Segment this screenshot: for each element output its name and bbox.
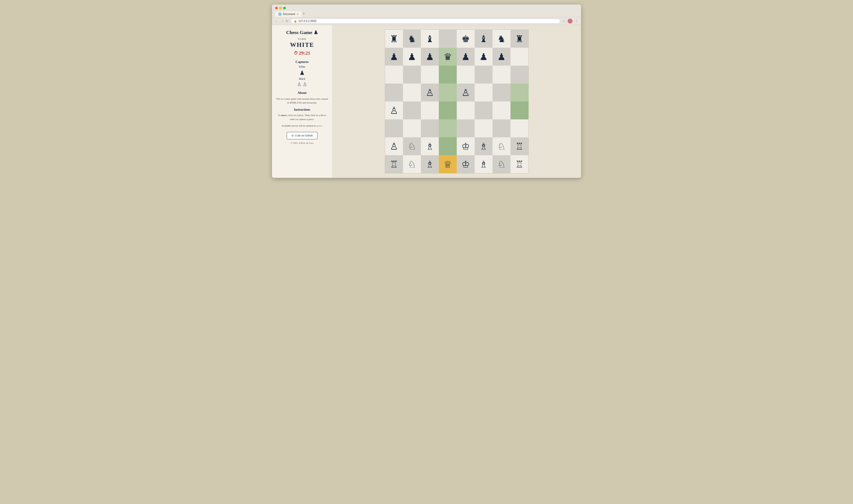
board-cell[interactable]: ♜ <box>510 30 528 48</box>
forward-button[interactable]: → <box>280 19 284 23</box>
profile-icon[interactable] <box>568 19 573 23</box>
chess-piece: ♛ <box>443 51 452 62</box>
board-cell[interactable]: ♘ <box>403 137 421 155</box>
dot-green[interactable] <box>283 7 286 10</box>
chess-piece: ♔ <box>461 159 470 170</box>
chess-piece: ♟ <box>425 51 434 62</box>
board-cell[interactable] <box>493 102 510 120</box>
board-cell[interactable]: ♟ <box>421 48 439 66</box>
board-cell[interactable]: ♞ <box>403 30 421 48</box>
refresh-button[interactable]: ↻ <box>286 19 289 23</box>
board-cell[interactable] <box>457 120 475 137</box>
captures-title: Captures <box>295 60 309 64</box>
board-cell[interactable] <box>510 48 528 66</box>
board-cell[interactable] <box>475 102 493 120</box>
board-cell[interactable] <box>439 102 457 120</box>
board-cell[interactable] <box>385 84 403 102</box>
chess-piece: ♖ <box>515 159 524 170</box>
board-cell[interactable] <box>421 66 439 84</box>
board-cell[interactable] <box>403 66 421 84</box>
black-captured-piece-1: ♙ <box>297 82 302 87</box>
chess-board[interactable]: ♜♞♝♚♝♞♜♟♟♟♛♟♟♟♙♙♙♙♘♗♔♗♘♖♖♘♗♕♔♗♘♖ <box>385 30 529 173</box>
tab-close-button[interactable]: ✕ <box>296 13 298 16</box>
board-cell[interactable]: ♛ <box>439 48 457 66</box>
back-button[interactable]: ← <box>275 19 278 23</box>
board-cell[interactable]: ♗ <box>421 155 439 173</box>
bookmark-icon[interactable]: ☆ <box>562 19 565 23</box>
board-cell[interactable] <box>475 120 493 137</box>
dot-red[interactable] <box>275 7 278 10</box>
board-cell[interactable] <box>493 66 510 84</box>
board-cell[interactable]: ♟ <box>385 48 403 66</box>
board-cell[interactable]: ♖ <box>385 155 403 173</box>
chess-piece: ♘ <box>408 159 416 170</box>
board-cell[interactable] <box>439 120 457 137</box>
new-tab-button[interactable]: + <box>303 12 305 17</box>
board-cell[interactable] <box>439 66 457 84</box>
board-cell[interactable]: ♜ <box>385 30 403 48</box>
address-bar[interactable]: 🔒 127.0.0.1:5500 <box>291 19 560 23</box>
browser-nav: ← → ↻ 🔒 127.0.0.1:5500 ☆ ⋮ <box>272 17 581 25</box>
board-cell[interactable] <box>439 137 457 155</box>
board-cell[interactable]: ♘ <box>493 155 510 173</box>
board-cell[interactable] <box>457 66 475 84</box>
board-cell[interactable] <box>403 84 421 102</box>
board-cell[interactable] <box>439 30 457 48</box>
board-cell[interactable] <box>457 102 475 120</box>
dot-yellow[interactable] <box>279 7 282 10</box>
board-cell[interactable] <box>475 66 493 84</box>
captures-black-pieces: ♙ ♙ <box>297 82 307 88</box>
board-cell[interactable] <box>421 102 439 120</box>
board-cell[interactable]: ♖ <box>510 137 528 155</box>
board-cell[interactable]: ♗ <box>475 137 493 155</box>
active-tab[interactable]: 🌐 Document ✕ <box>275 11 302 17</box>
board-cell[interactable]: ♖ <box>510 155 528 173</box>
chess-piece: ♚ <box>461 33 470 44</box>
board-cell[interactable]: ♟ <box>457 48 475 66</box>
chess-piece: ♙ <box>390 105 398 116</box>
board-cell[interactable] <box>475 84 493 102</box>
chess-piece: ♟ <box>479 51 488 62</box>
board-cell[interactable] <box>385 120 403 137</box>
timer-value: 29:21 <box>299 50 310 56</box>
menu-icon[interactable]: ⋮ <box>575 19 578 23</box>
board-cell[interactable] <box>510 102 528 120</box>
board-cell[interactable] <box>421 120 439 137</box>
board-cell[interactable]: ♙ <box>385 102 403 120</box>
board-cell[interactable]: ♙ <box>385 137 403 155</box>
board-cell[interactable] <box>493 84 510 102</box>
board-cell[interactable] <box>403 120 421 137</box>
board-cell[interactable] <box>493 120 510 137</box>
board-cell[interactable]: ♗ <box>475 155 493 173</box>
board-cell[interactable]: ♝ <box>421 30 439 48</box>
board-cell[interactable] <box>510 120 528 137</box>
github-button[interactable]: ⊙ Code on GitHub <box>287 132 317 139</box>
board-cell[interactable] <box>385 66 403 84</box>
board-cell[interactable]: ♟ <box>493 48 510 66</box>
board-cell[interactable]: ♔ <box>457 155 475 173</box>
sidebar: Chess Game ♟ TURN WHITE ⏱ 29:21 Captures… <box>272 25 332 178</box>
board-cell[interactable] <box>510 66 528 84</box>
board-cell[interactable] <box>403 102 421 120</box>
chess-piece: ♕ <box>443 159 452 170</box>
chess-piece: ♗ <box>479 141 488 152</box>
board-cell[interactable] <box>510 84 528 102</box>
chess-piece: ♟ <box>497 51 506 62</box>
board-cell[interactable]: ♗ <box>421 137 439 155</box>
board-cell[interactable]: ♟ <box>403 48 421 66</box>
board-cell[interactable]: ♚ <box>457 30 475 48</box>
board-cell[interactable]: ♘ <box>493 137 510 155</box>
board-cell[interactable]: ♝ <box>475 30 493 48</box>
board-cell[interactable]: ♟ <box>475 48 493 66</box>
tab-favicon: 🌐 <box>278 13 282 16</box>
board-cell[interactable]: ♞ <box>493 30 510 48</box>
white-captured-piece: ♟ <box>300 70 305 76</box>
chess-piece: ♜ <box>515 33 524 44</box>
board-cell[interactable] <box>439 84 457 102</box>
chess-piece: ♙ <box>390 141 398 152</box>
board-cell[interactable]: ♔ <box>457 137 475 155</box>
board-cell[interactable]: ♙ <box>457 84 475 102</box>
board-cell[interactable]: ♘ <box>403 155 421 173</box>
board-cell[interactable]: ♕ <box>439 155 457 173</box>
board-cell[interactable]: ♙ <box>421 84 439 102</box>
